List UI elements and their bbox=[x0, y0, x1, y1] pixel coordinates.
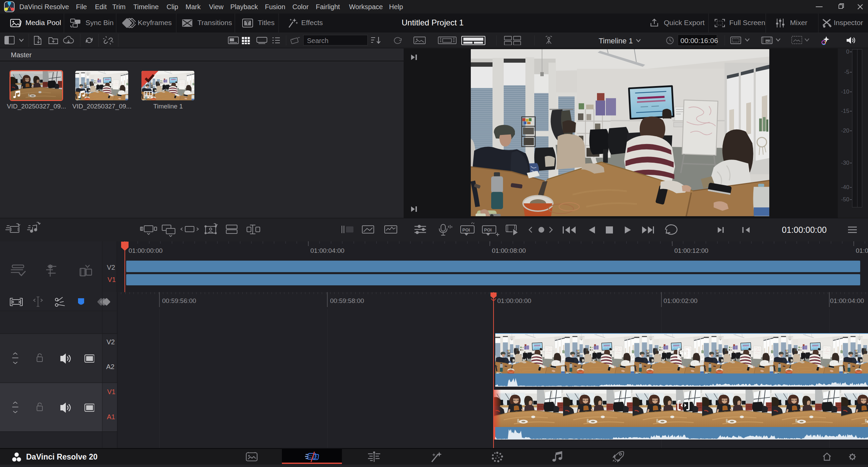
svg-text:POI: POI bbox=[484, 227, 491, 232]
svg-text:HQ: HQ bbox=[766, 40, 770, 43]
svg-text:POI: POI bbox=[462, 227, 470, 232]
svg-text:01:00:00:00: 01:00:00:00 bbox=[782, 225, 827, 235]
